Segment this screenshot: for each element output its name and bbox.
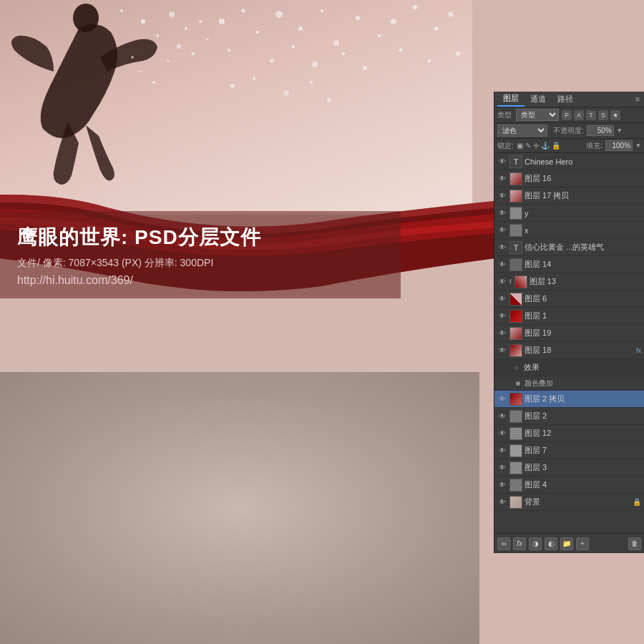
lock-all-icon[interactable]: 🔒 bbox=[552, 142, 560, 150]
svg-point-5 bbox=[177, 44, 181, 49]
blend-mode-row: 滤色 不透明度: 50% ▼ bbox=[494, 123, 644, 139]
layer-text2[interactable]: 👁 T 信心比黄金 ...的英雄气 bbox=[494, 239, 644, 256]
eye-icon[interactable]: 👁 bbox=[497, 225, 507, 235]
eye-icon[interactable]: 👁 bbox=[497, 463, 507, 473]
tab-channels[interactable]: 通道 bbox=[525, 92, 552, 106]
layer-thumb bbox=[509, 427, 522, 440]
layer-thumb bbox=[509, 393, 522, 406]
layer-name: 图层 1 bbox=[525, 311, 641, 321]
layer-name: 图层 13 bbox=[530, 276, 641, 287]
canvas-title: 鹰眼的世界: PSD分层文件 bbox=[17, 224, 384, 251]
panel-bottom-toolbar: ∞ fx ◑ ◐ 📁 + 🗑 bbox=[494, 533, 644, 553]
background-lock-icon: 🔒 bbox=[633, 498, 641, 506]
effects-group[interactable]: ○ 效果 bbox=[494, 359, 644, 376]
delete-layer-button[interactable]: 🗑 bbox=[628, 537, 641, 550]
svg-point-3 bbox=[169, 11, 175, 17]
layer-chinese-hero[interactable]: 👁 T Chinese Hero bbox=[494, 153, 644, 170]
layer-17-copy[interactable]: 👁 图层 17 拷贝 bbox=[494, 187, 644, 205]
layer-name: 图层 2 bbox=[525, 411, 641, 421]
layer-3[interactable]: 👁 图层 3 bbox=[494, 459, 644, 477]
eye-icon[interactable]: 👁 bbox=[497, 429, 507, 439]
effect-name: 颜色叠加 bbox=[525, 379, 553, 389]
lock-artboard-icon[interactable]: ⚓ bbox=[541, 142, 550, 150]
lock-move-icon[interactable]: ✛ bbox=[533, 142, 539, 150]
filter-row: 类型 类型 P A T S ★ bbox=[494, 107, 644, 123]
fx-badge: fx bbox=[636, 347, 641, 354]
eye-icon[interactable]: 👁 bbox=[497, 497, 507, 507]
layer-name: 图层 3 bbox=[525, 462, 641, 473]
layer-thumb-text: T bbox=[509, 155, 522, 168]
layer-name: 图层 4 bbox=[525, 479, 641, 490]
filter-shape-icon[interactable]: S bbox=[598, 110, 608, 120]
svg-point-10 bbox=[192, 52, 195, 56]
add-mask-button[interactable]: ◑ bbox=[529, 537, 542, 550]
filter-label: 类型 bbox=[497, 110, 512, 120]
opacity-label: 不透明度: bbox=[553, 126, 584, 136]
new-layer-button[interactable]: + bbox=[576, 537, 589, 550]
new-group-button[interactable]: 📁 bbox=[560, 537, 573, 550]
layer-7[interactable]: 👁 图层 7 bbox=[494, 442, 644, 459]
lock-transparency-icon[interactable]: ▣ bbox=[517, 142, 523, 150]
layer-name: 图层 18 bbox=[525, 345, 633, 356]
eye-icon[interactable]: 👁 bbox=[497, 294, 507, 304]
tab-layers[interactable]: 图层 bbox=[497, 92, 525, 107]
layer-14[interactable]: 👁 图层 14 bbox=[494, 256, 644, 273]
layer-thumb bbox=[509, 344, 522, 357]
layer-thumb bbox=[509, 444, 522, 457]
layer-name: 图层 14 bbox=[525, 259, 641, 270]
layer-thumb bbox=[509, 462, 522, 474]
eye-icon[interactable]: 👁 bbox=[497, 411, 507, 421]
layer-name: 图层 19 bbox=[525, 328, 641, 338]
blend-mode-select[interactable]: 滤色 bbox=[497, 125, 547, 137]
eye-icon[interactable]: 👁 bbox=[497, 311, 507, 321]
layer-name: 图层 2 拷贝 bbox=[525, 394, 641, 404]
eye-icon[interactable]: 👁 bbox=[497, 243, 507, 253]
eye-icon[interactable]: 👁 bbox=[497, 174, 507, 184]
add-style-button[interactable]: fx bbox=[513, 537, 526, 550]
eye-icon[interactable]: 👁 bbox=[497, 208, 507, 218]
layer-1[interactable]: 👁 图层 1 bbox=[494, 308, 644, 325]
layer-19[interactable]: 👁 图层 19 bbox=[494, 325, 644, 342]
lock-paint-icon[interactable]: ✎ bbox=[525, 142, 531, 150]
eye-icon[interactable]: 👁 bbox=[497, 157, 507, 167]
layer-thumb bbox=[509, 190, 522, 203]
eye-icon[interactable]: ○ bbox=[512, 363, 522, 373]
fill-value[interactable]: 100% bbox=[605, 140, 633, 151]
eye-icon[interactable]: 👁 bbox=[497, 277, 507, 287]
layer-6[interactable]: 👁 图层 6 bbox=[494, 291, 644, 308]
layer-4[interactable]: 👁 图层 4 bbox=[494, 477, 644, 494]
layer-name: 图层 7 bbox=[525, 445, 641, 456]
tab-paths[interactable]: 路径 bbox=[552, 92, 579, 106]
layer-18[interactable]: 👁 图层 18 fx bbox=[494, 342, 644, 359]
filter-text-icon[interactable]: T bbox=[586, 110, 596, 120]
layer-thumb-text: T bbox=[509, 241, 522, 254]
filter-pixel-icon[interactable]: P bbox=[562, 110, 572, 120]
layer-x[interactable]: 👁 x bbox=[494, 222, 644, 239]
filter-type-select[interactable]: 类型 bbox=[516, 109, 559, 121]
eye-icon[interactable]: 👁 bbox=[497, 191, 507, 201]
filter-adjust-icon[interactable]: A bbox=[574, 110, 584, 120]
eye-icon[interactable]: 👁 bbox=[497, 328, 507, 338]
layer-12[interactable]: 👁 图层 12 bbox=[494, 425, 644, 442]
adjustment-layer-button[interactable]: ◐ bbox=[545, 537, 557, 550]
layer-name: 图层 6 bbox=[525, 293, 641, 304]
eye-icon[interactable]: 👁 bbox=[497, 480, 507, 490]
eye-icon[interactable]: 👁 bbox=[497, 446, 507, 456]
layer-thumb bbox=[509, 327, 522, 340]
filter-smart-icon[interactable]: ★ bbox=[610, 110, 620, 120]
layer-2-copy[interactable]: 👁 图层 2 拷贝 bbox=[494, 391, 644, 408]
opacity-value[interactable]: 50% bbox=[587, 125, 614, 136]
layer-13[interactable]: 👁 f 图层 13 bbox=[494, 273, 644, 291]
layer-16[interactable]: 👁 图层 16 bbox=[494, 170, 644, 187]
eye-icon[interactable]: 👁 bbox=[497, 394, 507, 404]
effect-color-overlay[interactable]: 颜色叠加 bbox=[494, 376, 644, 391]
svg-point-9 bbox=[167, 60, 170, 62]
link-layers-button[interactable]: ∞ bbox=[497, 537, 510, 550]
layer-background[interactable]: 👁 背景 🔒 bbox=[494, 494, 644, 511]
layer-y[interactable]: 👁 y bbox=[494, 205, 644, 222]
eye-icon[interactable]: 👁 bbox=[497, 260, 507, 270]
layer-2[interactable]: 👁 图层 2 bbox=[494, 408, 644, 425]
layer-name: 图层 12 bbox=[525, 428, 641, 439]
eye-icon[interactable]: 👁 bbox=[497, 346, 507, 356]
panel-menu-icon[interactable]: ≡ bbox=[634, 94, 641, 104]
